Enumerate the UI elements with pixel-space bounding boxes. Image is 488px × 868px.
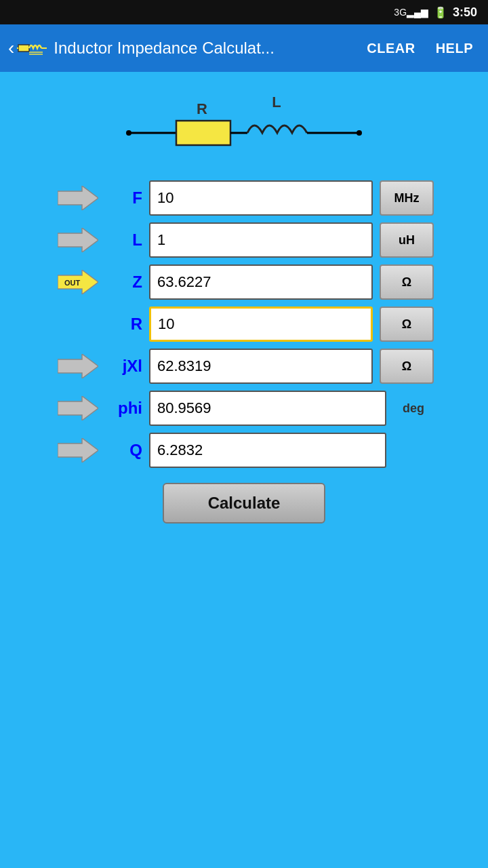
svg-rect-6 — [176, 121, 230, 145]
calculate-button-wrap: Calculate — [163, 483, 325, 524]
app-icon — [17, 37, 47, 59]
z-row: OUT Z Ω — [54, 264, 434, 300]
q-row: Q — [54, 433, 434, 468]
svg-text:R: R — [197, 100, 207, 117]
f-input[interactable] — [149, 180, 373, 216]
l-arrow-icon — [54, 228, 102, 252]
l-label: L — [108, 231, 142, 250]
clock: 3:50 — [453, 5, 477, 20]
phi-input[interactable] — [149, 391, 386, 426]
l-unit-button[interactable]: uH — [380, 222, 434, 258]
svg-marker-19 — [58, 438, 98, 462]
f-arrow-icon — [54, 186, 102, 210]
svg-marker-18 — [58, 396, 98, 420]
f-unit-button[interactable]: MHz — [380, 180, 434, 216]
z-unit-button[interactable]: Ω — [380, 264, 434, 300]
svg-marker-13 — [58, 186, 98, 210]
r-input[interactable] — [149, 307, 373, 342]
q-unit — [393, 443, 434, 458]
back-arrow-icon: ‹ — [8, 37, 14, 59]
r-label: R — [108, 315, 142, 334]
top-bar: ‹ Inductor Impedance Calculat... CLEAR H… — [0, 24, 488, 72]
phi-arrow-icon — [54, 396, 102, 420]
f-label: F — [108, 189, 142, 208]
app-title: Inductor Impedance Calculat... — [54, 39, 353, 58]
circuit-svg: R L — [122, 92, 366, 167]
svg-marker-17 — [58, 354, 98, 378]
jxl-row: jXl Ω — [54, 349, 434, 384]
clear-button[interactable]: CLEAR — [360, 37, 422, 60]
z-label: Z — [108, 273, 142, 292]
phi-label: phi — [108, 399, 142, 418]
status-bar: 3G▂▄▆ 🔋 3:50 — [0, 0, 488, 24]
battery-icon: 🔋 — [434, 6, 447, 19]
z-input[interactable] — [149, 264, 373, 300]
svg-marker-14 — [58, 228, 98, 252]
jxl-input[interactable] — [149, 349, 373, 384]
jxl-label: jXl — [108, 357, 142, 376]
q-arrow-icon — [54, 438, 102, 462]
svg-rect-0 — [18, 45, 29, 52]
help-button[interactable]: HELP — [429, 37, 480, 60]
q-input[interactable] — [149, 433, 386, 468]
svg-point-9 — [126, 130, 131, 136]
calculate-button[interactable]: Calculate — [163, 483, 325, 524]
f-row: F MHz — [54, 180, 434, 216]
jxl-unit-button[interactable]: Ω — [380, 349, 434, 384]
circuit-diagram: R L — [0, 72, 488, 180]
r-row: R Ω — [54, 307, 434, 342]
l-row: L uH — [54, 222, 434, 258]
phi-unit: deg — [393, 401, 434, 416]
network-signal-icon: 3G▂▄▆ — [394, 7, 428, 18]
back-button[interactable]: ‹ — [8, 37, 47, 59]
l-input[interactable] — [149, 222, 373, 258]
svg-text:L: L — [272, 94, 281, 111]
form-area: F MHz L uH OUT Z Ω R Ω — [0, 180, 488, 524]
svg-text:OUT: OUT — [64, 279, 81, 287]
phi-row: phi deg — [54, 391, 434, 426]
z-out-arrow-icon: OUT — [54, 270, 102, 294]
r-unit-button[interactable]: Ω — [380, 307, 434, 342]
q-label: Q — [108, 441, 142, 460]
svg-point-10 — [357, 130, 362, 136]
jxl-arrow-icon — [54, 354, 102, 378]
